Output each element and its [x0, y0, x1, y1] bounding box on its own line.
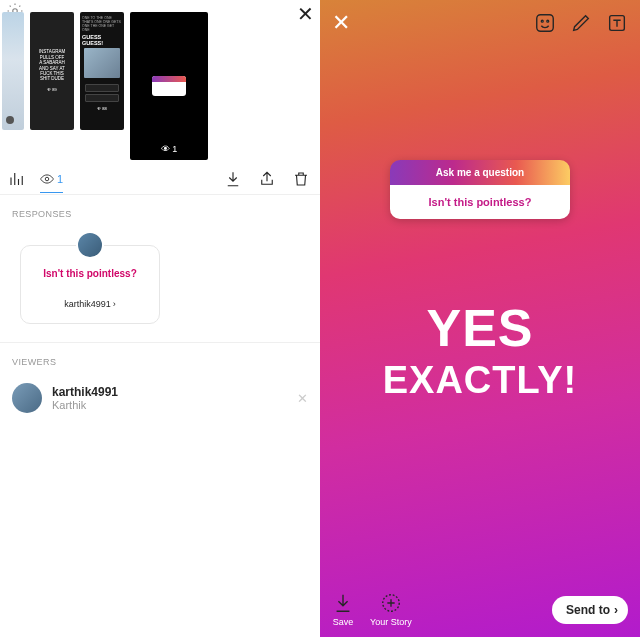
- tab-viewers[interactable]: 1: [40, 172, 63, 193]
- responses-label: RESPONSES: [0, 195, 320, 225]
- viewers-label: VIEWERS: [0, 343, 320, 373]
- text-icon[interactable]: [606, 12, 628, 34]
- close-icon[interactable]: ✕: [332, 10, 350, 36]
- story-thumb[interactable]: INSTAGRAM PULLS OFF A SABARAH AND SAY AT…: [30, 12, 74, 130]
- eye-icon: [40, 172, 54, 186]
- question-sticker[interactable]: Ask me a question Isn't this pointless?: [390, 160, 570, 219]
- response-card[interactable]: Isn't this pointless? karthik4991 ›: [20, 231, 160, 324]
- story-thumb[interactable]: [2, 12, 24, 130]
- chevron-right-icon: ›: [614, 603, 618, 617]
- story-editor-panel: ✕ Ask me a question Isn't this pointless…: [320, 0, 640, 637]
- story-text[interactable]: YES EXACTLY!: [320, 300, 640, 401]
- story-insights-panel: ✕ INSTAGRAM PULLS OFF A SABARAH AND SAY …: [0, 0, 320, 637]
- chevron-right-icon: ›: [113, 299, 116, 309]
- send-to-button[interactable]: Send to ›: [552, 596, 628, 624]
- avatar: [76, 231, 104, 259]
- trash-icon[interactable]: [292, 170, 310, 188]
- draw-icon[interactable]: [570, 12, 592, 34]
- share-icon[interactable]: [258, 170, 276, 188]
- svg-point-1: [45, 177, 49, 181]
- remove-viewer-icon[interactable]: ✕: [297, 391, 308, 406]
- story-thumbnail-strip: INSTAGRAM PULLS OFF A SABARAH AND SAY AT…: [0, 12, 320, 160]
- question-body: Isn't this pointless?: [390, 185, 570, 219]
- your-story-button[interactable]: Your Story: [370, 592, 412, 627]
- save-button[interactable]: Save: [332, 592, 354, 627]
- svg-point-3: [541, 20, 543, 22]
- viewer-username: karthik4991: [52, 385, 297, 399]
- response-question: Isn't this pointless?: [31, 268, 149, 279]
- download-icon[interactable]: [224, 170, 242, 188]
- close-icon[interactable]: ✕: [297, 2, 314, 26]
- stats-icon[interactable]: [8, 170, 26, 188]
- story-thumb[interactable]: ONE TO THE ONE THATS ONE ONE GETS ONE TH…: [80, 12, 124, 130]
- avatar: [12, 383, 42, 413]
- story-thumb-selected[interactable]: 👁 1: [130, 12, 208, 160]
- download-icon: [332, 592, 354, 614]
- response-username: karthik4991 ›: [64, 299, 116, 309]
- svg-rect-2: [537, 15, 554, 32]
- viewer-row[interactable]: karthik4991 Karthik ✕: [0, 373, 320, 423]
- sticker-icon[interactable]: [534, 12, 556, 34]
- svg-point-4: [547, 20, 549, 22]
- viewer-name: Karthik: [52, 399, 297, 411]
- insights-toolbar: 1: [0, 164, 320, 195]
- question-header: Ask me a question: [390, 160, 570, 185]
- plus-circle-icon: [380, 592, 402, 614]
